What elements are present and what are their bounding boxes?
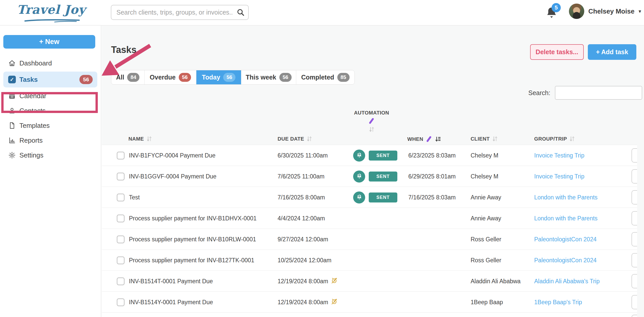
search-icon[interactable] [236,8,245,16]
row-checkbox[interactable] [117,277,125,285]
table-row: Process supplier payment for INV-B127TK-… [102,250,637,271]
row-checkbox[interactable] [117,256,125,264]
column-label-client: CLIENT [471,136,490,142]
logo-swash-decoration [24,19,80,22]
user-name: Chelsey Moise [588,7,635,15]
tab-count-badge: 85 [337,73,350,82]
table-row: INV-B1514T-0001 Payment Due12/19/2024 8:… [102,271,637,292]
alarm-off-icon [331,277,338,286]
automation-status: $SENT [353,166,397,187]
trip-link[interactable]: Invoice Testing Trip [534,173,584,180]
payment-reminder-icon: $ [353,171,365,183]
sort-icon[interactable] [368,126,375,133]
user-menu[interactable]: Chelsey Moise ▾ [569,3,641,19]
home-icon [8,59,16,67]
sort-icon[interactable] [146,135,152,142]
row-action-button[interactable] [631,148,637,163]
templates-icon [8,122,16,129]
sidebar-item-label: Settings [19,151,43,159]
trip-link[interactable]: 1Beep Baap's Trip [534,299,582,306]
tab-completed[interactable]: Completed85 [296,70,354,84]
task-group-trip: PaleontologistCon 2024 [534,250,597,271]
reports-icon [8,137,16,144]
column-header-when[interactable]: WHEN [407,135,441,143]
row-action-button[interactable] [631,190,637,205]
column-header-name[interactable]: NAME [128,135,152,142]
calendar-icon [8,92,16,100]
task-client: Ross Geller [471,250,501,271]
sidebar-item-dashboard[interactable]: Dashboard [0,56,101,71]
tasks-icon: ✓ [8,76,16,83]
task-sent-when: 6/29/2025 8:01am [408,166,456,187]
sent-badge[interactable]: SENT [369,151,397,161]
row-action-button[interactable] [631,295,637,309]
row-action-button[interactable] [631,169,637,184]
sidebar-item-label: Contacts [19,107,46,115]
sidebar-nav: Dashboard✓Tasks56CalendarContactsTemplat… [0,56,101,163]
global-search-input[interactable] [111,5,249,20]
notification-badge: 5 [552,3,561,12]
task-group-trip: Aladdin Ali Ababwa's Trip [534,271,600,292]
settings-icon [8,151,16,159]
tab-today[interactable]: Today56 [196,70,241,84]
row-action-button[interactable] [631,274,637,288]
trip-link[interactable]: PaleontologistCon 2024 [534,236,597,243]
row-action-button[interactable] [631,253,637,267]
table-row: INV-B1FYCP-0004 Payment Due6/30/2025 11:… [102,145,637,166]
row-checkbox[interactable] [117,173,125,180]
delete-tasks-button[interactable]: Delete tasks... [530,44,584,60]
tab-overdue[interactable]: Overdue56 [145,70,196,84]
table-row: INV-B1514Y-0001 Payment Due12/19/2024 8:… [102,292,637,313]
sidebar-item-tasks[interactable]: ✓Tasks56 [3,72,97,87]
edit-pencil-icon[interactable] [425,135,433,143]
table-row: INV-B1GGVF-0004 Payment Due7/6/2025 11:0… [102,166,637,187]
row-checkbox[interactable] [117,298,125,306]
trip-link[interactable]: PaleontologistCon 2024 [534,257,597,264]
tab-this-week[interactable]: This week56 [241,70,296,84]
row-action-button[interactable] [631,211,637,225]
edit-pencil-icon[interactable] [368,117,375,124]
task-due-date: 9/27/2024 12:00am [278,229,328,250]
chevron-down-icon: ▾ [639,8,641,14]
task-due-date: 6/30/2025 11:00am [278,145,328,166]
table-search-input[interactable] [555,86,642,100]
tab-all[interactable]: All84 [111,70,145,84]
sidebar-item-contacts[interactable]: Contacts [0,103,101,118]
sidebar-item-label: Calendar [19,92,46,100]
column-header-client[interactable]: CLIENT [471,135,498,142]
trip-link[interactable]: Invoice Testing Trip [534,152,584,159]
sent-badge[interactable]: SENT [369,172,397,182]
sidebar-item-label: Templates [19,122,50,130]
trip-link[interactable]: Aladdin Ali Ababwa's Trip [534,278,600,285]
row-checkbox[interactable] [117,235,125,243]
sent-badge[interactable]: SENT [369,193,397,202]
task-sent-when: 7/16/2025 8:03am [408,187,456,208]
row-action-button[interactable] [631,315,637,317]
row-checkbox[interactable] [117,194,125,201]
new-button[interactable]: + New [3,35,95,49]
trip-link[interactable]: London with the Parents [534,215,598,222]
row-action-button[interactable] [631,232,637,246]
sort-icon[interactable] [306,135,312,142]
row-checkbox[interactable] [117,214,125,222]
row-checkbox[interactable] [117,152,125,160]
sort-descending-icon[interactable] [435,136,441,142]
sidebar-item-templates[interactable]: Templates [0,118,101,133]
column-header-due-date[interactable]: DUE DATE [278,135,312,142]
app-logo[interactable]: Travel Joy [17,3,86,23]
task-name: INV-B1514T-0001 Payment Due [129,271,213,292]
sort-icon[interactable] [492,135,498,142]
trip-link[interactable]: London with the Parents [534,194,598,201]
column-header-group-trip[interactable]: GROUP/TRIP [534,135,575,142]
column-header-automation[interactable]: AUTOMATION [346,110,397,145]
add-task-button[interactable]: + Add task [588,44,636,60]
table-row-partial [102,313,637,317]
tab-label: All [116,74,124,81]
task-sent-when: 6/23/2025 8:03am [408,145,456,166]
table-search-label: Search: [528,89,550,97]
sidebar-item-calendar[interactable]: Calendar [0,88,101,103]
sidebar-item-settings[interactable]: Settings [0,148,101,163]
sidebar-item-reports[interactable]: Reports [0,133,101,148]
sort-icon[interactable] [569,135,575,142]
notifications-button[interactable]: 5 [545,6,560,21]
